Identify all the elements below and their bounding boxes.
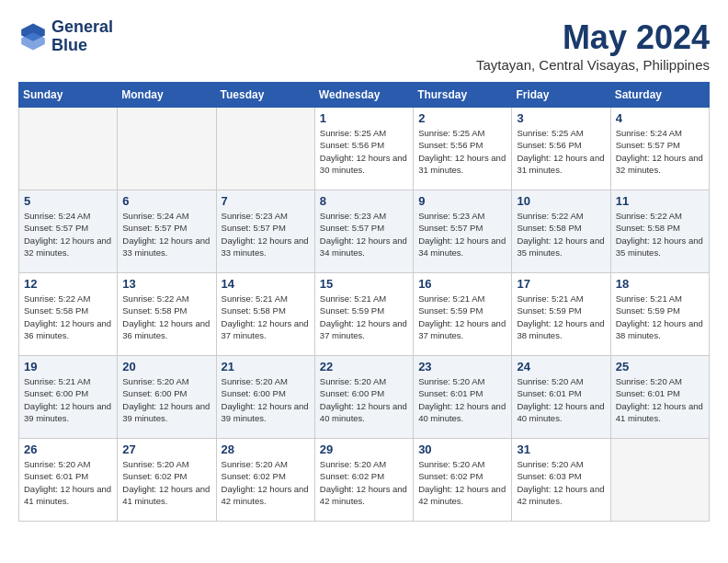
calendar-cell: 16Sunrise: 5:21 AMSunset: 5:59 PMDayligh… (414, 273, 512, 356)
day-number: 9 (418, 194, 506, 208)
day-number: 8 (320, 194, 408, 208)
day-number: 5 (24, 194, 112, 208)
calendar-cell: 17Sunrise: 5:21 AMSunset: 5:59 PMDayligh… (512, 273, 610, 356)
day-number: 29 (320, 442, 408, 456)
calendar-cell: 21Sunrise: 5:20 AMSunset: 6:00 PMDayligh… (216, 356, 314, 439)
day-number: 13 (122, 277, 210, 291)
logo-icon (18, 22, 48, 52)
calendar-cell: 28Sunrise: 5:20 AMSunset: 6:02 PMDayligh… (216, 439, 314, 522)
calendar-cell: 19Sunrise: 5:21 AMSunset: 6:00 PMDayligh… (19, 356, 118, 439)
calendar-cell: 5Sunrise: 5:24 AMSunset: 5:57 PMDaylight… (19, 190, 118, 273)
calendar-cell: 3Sunrise: 5:25 AMSunset: 5:56 PMDaylight… (512, 108, 610, 190)
cell-sun-info: Sunrise: 5:22 AMSunset: 5:58 PMDaylight:… (616, 210, 704, 259)
day-number: 6 (122, 194, 210, 208)
cell-sun-info: Sunrise: 5:24 AMSunset: 5:57 PMDaylight:… (24, 210, 112, 259)
weekday-header-tuesday: Tuesday (216, 83, 314, 108)
cell-sun-info: Sunrise: 5:21 AMSunset: 5:59 PMDaylight:… (616, 293, 704, 341)
calendar-cell: 20Sunrise: 5:20 AMSunset: 6:00 PMDayligh… (118, 356, 216, 439)
calendar-cell: 2Sunrise: 5:25 AMSunset: 5:56 PMDaylight… (414, 108, 512, 190)
calendar-cell: 4Sunrise: 5:24 AMSunset: 5:57 PMDaylight… (610, 108, 709, 190)
cell-sun-info: Sunrise: 5:20 AMSunset: 6:02 PMDaylight:… (418, 458, 506, 507)
cell-sun-info: Sunrise: 5:20 AMSunset: 6:01 PMDaylight:… (517, 375, 605, 424)
calendar-cell (216, 108, 314, 190)
day-number: 30 (418, 442, 506, 456)
day-number: 4 (616, 111, 704, 125)
title-area: May 2024 Taytayan, Central Visayas, Phil… (476, 18, 710, 73)
calendar-week-row: 26Sunrise: 5:20 AMSunset: 6:01 PMDayligh… (19, 439, 710, 522)
weekday-header-sunday: Sunday (19, 83, 118, 108)
day-number: 20 (122, 360, 210, 373)
month-title: May 2024 (476, 18, 710, 57)
weekday-header-saturday: Saturday (610, 83, 709, 108)
cell-sun-info: Sunrise: 5:20 AMSunset: 6:02 PMDaylight:… (122, 458, 210, 507)
day-number: 7 (222, 194, 310, 208)
weekday-header-friday: Friday (512, 83, 610, 108)
day-number: 10 (517, 194, 605, 208)
calendar-cell (19, 108, 118, 190)
calendar-week-row: 5Sunrise: 5:24 AMSunset: 5:57 PMDaylight… (19, 190, 710, 273)
day-number: 22 (320, 360, 408, 373)
calendar-cell: 29Sunrise: 5:20 AMSunset: 6:02 PMDayligh… (314, 439, 413, 522)
weekday-header-wednesday: Wednesday (314, 83, 413, 108)
cell-sun-info: Sunrise: 5:22 AMSunset: 5:58 PMDaylight:… (517, 210, 605, 259)
day-number: 28 (222, 442, 310, 456)
cell-sun-info: Sunrise: 5:23 AMSunset: 5:57 PMDaylight:… (222, 210, 310, 259)
weekday-header-thursday: Thursday (414, 83, 512, 108)
calendar-cell: 27Sunrise: 5:20 AMSunset: 6:02 PMDayligh… (118, 439, 216, 522)
cell-sun-info: Sunrise: 5:25 AMSunset: 5:56 PMDaylight:… (517, 127, 605, 176)
weekday-header-monday: Monday (118, 83, 216, 108)
cell-sun-info: Sunrise: 5:23 AMSunset: 5:57 PMDaylight:… (418, 210, 506, 259)
calendar-cell (610, 439, 709, 522)
day-number: 14 (222, 277, 310, 291)
cell-sun-info: Sunrise: 5:20 AMSunset: 6:01 PMDaylight:… (616, 375, 704, 424)
day-number: 2 (418, 111, 506, 125)
calendar-cell: 8Sunrise: 5:23 AMSunset: 5:57 PMDaylight… (314, 190, 413, 273)
calendar-cell: 12Sunrise: 5:22 AMSunset: 5:58 PMDayligh… (19, 273, 118, 356)
calendar-cell: 22Sunrise: 5:20 AMSunset: 6:00 PMDayligh… (314, 356, 413, 439)
cell-sun-info: Sunrise: 5:23 AMSunset: 5:57 PMDaylight:… (320, 210, 408, 259)
cell-sun-info: Sunrise: 5:20 AMSunset: 6:02 PMDaylight:… (222, 458, 310, 507)
calendar-header-row: SundayMondayTuesdayWednesdayThursdayFrid… (19, 83, 710, 108)
day-number: 16 (418, 277, 506, 291)
calendar-week-row: 19Sunrise: 5:21 AMSunset: 6:00 PMDayligh… (19, 356, 710, 439)
cell-sun-info: Sunrise: 5:21 AMSunset: 5:59 PMDaylight:… (320, 293, 408, 341)
day-number: 18 (616, 277, 704, 291)
calendar-cell: 30Sunrise: 5:20 AMSunset: 6:02 PMDayligh… (414, 439, 512, 522)
day-number: 26 (24, 442, 112, 456)
day-number: 24 (517, 360, 605, 373)
cell-sun-info: Sunrise: 5:21 AMSunset: 5:58 PMDaylight:… (222, 293, 310, 341)
day-number: 25 (616, 360, 704, 373)
calendar-cell: 15Sunrise: 5:21 AMSunset: 5:59 PMDayligh… (314, 273, 413, 356)
logo: General Blue (18, 18, 113, 55)
day-number: 11 (616, 194, 704, 208)
calendar-cell: 1Sunrise: 5:25 AMSunset: 5:56 PMDaylight… (314, 108, 413, 190)
calendar-cell: 9Sunrise: 5:23 AMSunset: 5:57 PMDaylight… (414, 190, 512, 273)
day-number: 15 (320, 277, 408, 291)
calendar-cell: 10Sunrise: 5:22 AMSunset: 5:58 PMDayligh… (512, 190, 610, 273)
day-number: 17 (517, 277, 605, 291)
calendar-cell: 18Sunrise: 5:21 AMSunset: 5:59 PMDayligh… (610, 273, 709, 356)
cell-sun-info: Sunrise: 5:21 AMSunset: 5:59 PMDaylight:… (418, 293, 506, 341)
cell-sun-info: Sunrise: 5:20 AMSunset: 6:03 PMDaylight:… (517, 458, 605, 507)
cell-sun-info: Sunrise: 5:20 AMSunset: 6:00 PMDaylight:… (222, 375, 310, 424)
calendar-cell: 14Sunrise: 5:21 AMSunset: 5:58 PMDayligh… (216, 273, 314, 356)
page-header: General Blue May 2024 Taytayan, Central … (18, 18, 710, 73)
day-number: 3 (517, 111, 605, 125)
cell-sun-info: Sunrise: 5:20 AMSunset: 6:01 PMDaylight:… (418, 375, 506, 424)
cell-sun-info: Sunrise: 5:24 AMSunset: 5:57 PMDaylight:… (616, 127, 704, 176)
day-number: 1 (320, 111, 408, 125)
cell-sun-info: Sunrise: 5:22 AMSunset: 5:58 PMDaylight:… (24, 293, 112, 341)
cell-sun-info: Sunrise: 5:21 AMSunset: 5:59 PMDaylight:… (517, 293, 605, 341)
cell-sun-info: Sunrise: 5:20 AMSunset: 6:02 PMDaylight:… (320, 458, 408, 507)
location: Taytayan, Central Visayas, Philippines (476, 57, 710, 73)
cell-sun-info: Sunrise: 5:20 AMSunset: 6:00 PMDaylight:… (122, 375, 210, 424)
cell-sun-info: Sunrise: 5:25 AMSunset: 5:56 PMDaylight:… (418, 127, 506, 176)
cell-sun-info: Sunrise: 5:20 AMSunset: 6:01 PMDaylight:… (24, 458, 112, 507)
calendar-cell: 26Sunrise: 5:20 AMSunset: 6:01 PMDayligh… (19, 439, 118, 522)
cell-sun-info: Sunrise: 5:21 AMSunset: 6:00 PMDaylight:… (24, 375, 112, 424)
cell-sun-info: Sunrise: 5:20 AMSunset: 6:00 PMDaylight:… (320, 375, 408, 424)
calendar-cell: 31Sunrise: 5:20 AMSunset: 6:03 PMDayligh… (512, 439, 610, 522)
day-number: 27 (122, 442, 210, 456)
cell-sun-info: Sunrise: 5:24 AMSunset: 5:57 PMDaylight:… (122, 210, 210, 259)
day-number: 23 (418, 360, 506, 373)
